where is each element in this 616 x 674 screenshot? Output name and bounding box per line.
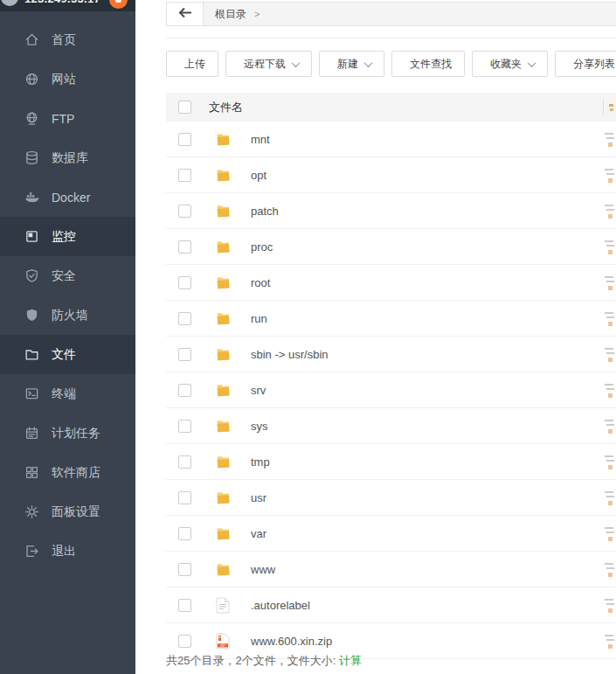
sidebar-item-firewall[interactable]: 防火墙 <box>0 295 135 335</box>
file-row: opt <box>166 157 616 193</box>
file-name[interactable]: var <box>251 527 266 540</box>
svg-text:ZIP: ZIP <box>220 643 225 647</box>
footer-summary: 共25个目录，2个文件，文件大小: 计算 <box>166 653 362 669</box>
sidebar-item-sites[interactable]: 网站 <box>0 59 135 99</box>
server-ip: 123.249.55.17 <box>24 0 100 5</box>
file-name[interactable]: .autorelabel <box>251 599 310 612</box>
notification-badge-icon[interactable] <box>109 0 128 9</box>
row-checkbox[interactable] <box>178 563 191 576</box>
select-all-checkbox[interactable] <box>178 101 191 114</box>
remote-download-button[interactable]: 远程下载 <box>225 51 312 77</box>
sidebar-item-docker[interactable]: Docker <box>0 177 135 217</box>
file-name[interactable]: sys <box>251 420 268 433</box>
row-checkbox[interactable] <box>178 312 191 325</box>
upload-button[interactable]: 上传 <box>166 51 218 77</box>
folder-file-icon <box>214 417 232 435</box>
file-table-header: 文件名 <box>166 93 616 122</box>
new-button[interactable]: 新建 <box>319 51 384 77</box>
file-name[interactable]: proc <box>251 240 273 254</box>
file-row: srv <box>166 372 616 408</box>
sidebar-item-files[interactable]: 文件 <box>0 335 135 374</box>
folder-icon <box>24 347 39 363</box>
file-search-button[interactable]: 文件查找 <box>391 51 465 77</box>
folder-file-icon <box>214 381 232 400</box>
file-row: tmp <box>166 444 616 480</box>
row-checkbox[interactable] <box>178 205 191 218</box>
file-row: sys <box>166 408 616 444</box>
grid-icon <box>24 465 39 481</box>
file-name[interactable]: patch <box>251 205 279 218</box>
row-checkbox[interactable] <box>178 635 191 648</box>
breadcrumb: 根目录 > <box>204 3 260 25</box>
file-row: run <box>166 301 616 337</box>
folder-file-icon <box>214 309 232 328</box>
file-name[interactable]: opt <box>251 169 266 182</box>
clipped-next-column <box>605 311 616 327</box>
sidebar-item-security[interactable]: 安全 <box>0 256 135 295</box>
row-checkbox[interactable] <box>178 169 191 182</box>
sidebar-item-cron[interactable]: 计划任务 <box>0 413 135 453</box>
main-area: 根目录 > 上传 远程下载 新建 文件查找 收藏夹 分享列表 数据同步 <box>135 0 616 674</box>
docker-icon <box>24 190 39 205</box>
chevron-down-icon <box>364 59 373 67</box>
row-checkbox[interactable] <box>178 133 191 146</box>
clipped-next-column-icon <box>609 104 615 111</box>
row-checkbox[interactable] <box>178 455 191 469</box>
back-button[interactable] <box>167 3 204 25</box>
sidebar-header: 123.249.55.17 <box>0 0 135 11</box>
sidebar-item-monitor[interactable]: 监控 <box>0 217 135 256</box>
calendar-icon <box>24 426 39 441</box>
sidebar-item-logout[interactable]: 退出 <box>0 532 135 571</box>
row-checkbox[interactable] <box>178 384 191 397</box>
breadcrumb-root[interactable]: 根目录 <box>215 7 246 22</box>
sidebar-item-ftp[interactable]: FTP <box>0 99 135 138</box>
sidebar: 123.249.55.17 首页 网站 FTP 数据库 Docker 监控 安全… <box>0 0 135 674</box>
folder-file-icon <box>214 453 232 471</box>
folder-file-icon <box>214 560 232 579</box>
clipped-next-column <box>605 419 616 434</box>
file-name[interactable]: www <box>251 563 275 576</box>
monitor-icon <box>24 229 39 245</box>
terminal-icon <box>24 386 39 402</box>
toolbar: 上传 远程下载 新建 文件查找 收藏夹 分享列表 数据同步 <box>166 51 616 80</box>
calculate-size-link[interactable]: 计算 <box>339 654 362 667</box>
favorites-button[interactable]: 收藏夹 <box>472 51 548 77</box>
clipped-next-column <box>605 132 616 148</box>
clipped-next-column <box>605 562 616 578</box>
folder-file-icon <box>214 525 232 543</box>
share-list-button[interactable]: 分享列表 <box>555 51 616 77</box>
column-divider <box>603 99 604 115</box>
sidebar-item-appstore[interactable]: 软件商店 <box>0 453 135 492</box>
file-name[interactable]: root <box>251 276 270 289</box>
folder-file-icon <box>214 238 232 256</box>
row-checkbox[interactable] <box>178 240 191 254</box>
clipped-next-column <box>605 455 616 470</box>
clipped-next-column <box>605 168 616 184</box>
sidebar-item-terminal[interactable]: 终端 <box>0 374 135 413</box>
file-name[interactable]: run <box>251 312 267 325</box>
file-name[interactable]: tmp <box>251 455 270 469</box>
file-name[interactable]: sbin -> usr/sbin <box>251 348 329 361</box>
folder-file-icon <box>214 489 232 507</box>
folder-file-icon <box>214 130 232 149</box>
row-checkbox[interactable] <box>178 276 191 289</box>
globe-icon <box>24 72 39 87</box>
clipped-next-column <box>605 598 616 614</box>
file-name[interactable]: www.600.xin.zip <box>251 635 332 648</box>
row-checkbox[interactable] <box>178 599 191 612</box>
sidebar-item-home[interactable]: 首页 <box>0 20 135 59</box>
row-checkbox[interactable] <box>178 420 191 433</box>
file-row: patch <box>166 193 616 229</box>
file-name[interactable]: srv <box>251 384 266 397</box>
row-checkbox[interactable] <box>178 348 191 361</box>
folder-file-icon <box>214 202 232 220</box>
sidebar-item-database[interactable]: 数据库 <box>0 138 135 177</box>
row-checkbox[interactable] <box>178 527 191 540</box>
clipped-next-column <box>605 634 616 650</box>
file-name[interactable]: mnt <box>251 133 270 146</box>
file-name[interactable]: usr <box>251 491 266 504</box>
sidebar-item-settings[interactable]: 面板设置 <box>0 492 135 532</box>
zip-file-icon: ZIP <box>214 632 232 650</box>
row-checkbox[interactable] <box>178 491 191 504</box>
bt-panel-file-manager: 123.249.55.17 首页 网站 FTP 数据库 Docker 监控 安全… <box>0 0 616 674</box>
